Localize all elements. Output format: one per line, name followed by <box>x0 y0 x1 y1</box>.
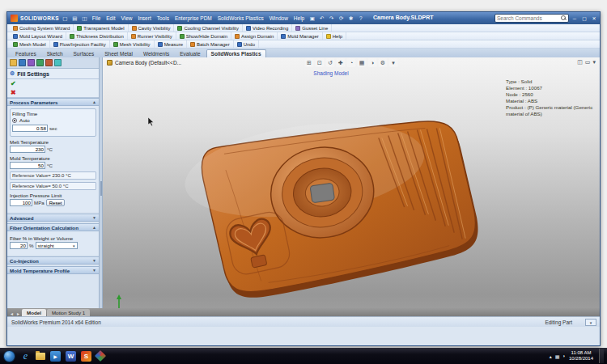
search-input[interactable] <box>497 15 559 21</box>
section-mold-temperature-profile[interactable]: Mold Temperature Profile ▼ <box>7 266 99 274</box>
menu-tools[interactable]: Tools <box>155 15 171 21</box>
section-fiber-orientation[interactable]: Fiber Orientation Calculation ▲ <box>7 223 99 231</box>
fiber-percent-input[interactable] <box>10 242 28 249</box>
melt-temperature-input[interactable] <box>10 146 45 153</box>
section-process-parameters[interactable]: Process Parameters ▲ <box>7 98 99 106</box>
cooling-system-wizard-button[interactable]: Cooling System Wizard <box>10 24 74 32</box>
rebuild-icon[interactable]: ⟳ <box>337 15 345 22</box>
tray-volume-icon[interactable]: ◗ <box>562 353 566 358</box>
view-orientation-icon[interactable]: ◔ <box>347 58 356 67</box>
plastics-manager-icon[interactable] <box>54 59 62 66</box>
close-button[interactable]: ✕ <box>590 15 598 21</box>
options-icon[interactable]: ✱ <box>347 15 354 22</box>
tray-network-icon[interactable]: ▦ <box>555 353 560 359</box>
start-button[interactable] <box>3 350 15 362</box>
undo-button[interactable]: Undo <box>234 40 259 48</box>
menu-file[interactable]: File <box>91 15 102 21</box>
tab-solidworks-plastics[interactable]: SolidWorks Plastics <box>206 49 266 57</box>
collapse-icon[interactable]: ▾ <box>592 59 596 66</box>
mesh-model-button[interactable]: Mesh Model <box>10 40 50 48</box>
tab-features[interactable]: Features <box>11 49 41 57</box>
view-settings-icon[interactable]: ⚙ <box>379 58 388 67</box>
tab-model[interactable]: Model <box>22 309 46 316</box>
display-manager-icon[interactable] <box>45 59 53 66</box>
taskbar-media-player-icon[interactable]: ▶ <box>50 351 61 362</box>
cavity-visibility-button[interactable]: Cavity Visibility <box>129 24 175 32</box>
show-desktop-button[interactable] <box>599 349 604 363</box>
split-view-icon[interactable]: ◫ <box>577 59 583 66</box>
menu-window[interactable]: Window <box>268 15 290 21</box>
configuration-manager-icon[interactable] <box>28 59 35 66</box>
section-advanced[interactable]: Advanced ▼ <box>7 214 99 222</box>
fiber-mode-dropdown[interactable]: straight ▾ <box>36 242 78 249</box>
previous-view-icon[interactable]: ↺ <box>326 58 335 67</box>
tab-weldments[interactable]: Weldments <box>138 49 174 57</box>
filling-time-input[interactable] <box>12 125 48 132</box>
zoom-area-icon[interactable]: ⊡ <box>316 58 325 67</box>
filling-time-auto-radio[interactable]: Auto <box>12 117 94 123</box>
minimize-button[interactable]: ─ <box>571 16 579 21</box>
menu-enterprise-pdm[interactable]: Enterprise PDM <box>173 15 214 21</box>
mold-temperature-input[interactable] <box>10 162 45 169</box>
tab-evaluate[interactable]: Evaluate <box>175 49 205 57</box>
thickness-distribution-button[interactable]: Thickness Distribution <box>66 32 128 40</box>
hide-show-items-icon[interactable]: ◑ <box>368 58 377 67</box>
section-co-injection[interactable]: Co-Injection ▼ <box>7 256 99 265</box>
gusset-line-button[interactable]: Gusset Line <box>292 24 332 32</box>
tab-sketch[interactable]: Sketch <box>42 49 68 57</box>
more-options-icon[interactable]: ▾ <box>389 58 398 67</box>
feature-manager-icon[interactable] <box>10 59 17 66</box>
tab-scroll-left-icon[interactable]: ◂ <box>9 311 15 316</box>
menu-view[interactable]: View <box>119 15 134 21</box>
tab-sheet-metal[interactable]: Sheet Metal <box>100 49 138 57</box>
property-manager-icon[interactable] <box>19 59 26 66</box>
menu-edit[interactable]: Edit <box>104 15 117 21</box>
mold-manager-button[interactable]: Mold Manager <box>278 32 322 40</box>
taskbar-clock[interactable]: 11:08 AM 10/28/2014 <box>569 350 593 362</box>
taskbar-word-icon[interactable]: W <box>66 351 76 362</box>
mold-layout-wizard-button[interactable]: Mold Layout Wizard <box>10 32 66 40</box>
cancel-button[interactable]: ✖ <box>11 89 16 96</box>
menu-solidworks-plastics[interactable]: SolidWorks Plastics <box>216 15 265 21</box>
redo-icon[interactable]: ↷ <box>328 15 335 22</box>
flow-injection-facility-button[interactable]: Flow/Injection Facility <box>50 40 110 48</box>
menu-help[interactable]: Help <box>292 15 306 21</box>
taskbar-ie-icon[interactable]: e <box>20 351 31 362</box>
ok-button[interactable]: ✔ <box>11 80 16 87</box>
search-commands-box[interactable] <box>495 14 569 23</box>
taskbar-app-icon[interactable] <box>95 350 106 362</box>
tab-motion-study[interactable]: Motion Study 1 <box>47 309 90 316</box>
taskbar-solidworks-icon[interactable]: S <box>81 351 91 362</box>
measure-button[interactable]: Measure <box>155 40 187 48</box>
save-icon[interactable]: ◫ <box>81 15 88 22</box>
tray-expand-icon[interactable]: ▴ <box>550 353 552 359</box>
undo-icon[interactable]: ↶ <box>318 15 325 22</box>
new-document-icon[interactable]: ▢ <box>62 15 69 22</box>
mesh-visibility-button[interactable]: Mesh Visibility <box>110 40 155 48</box>
assign-domain-button[interactable]: Assign Domain <box>231 32 278 40</box>
zoom-fit-icon[interactable]: ⊞ <box>305 58 314 67</box>
print-icon[interactable]: ▣ <box>308 15 316 22</box>
pane-icon[interactable]: ▭ <box>585 59 591 66</box>
tab-scroll-right-icon[interactable]: ▸ <box>15 311 21 316</box>
reset-button[interactable]: Reset <box>46 199 66 206</box>
dimxpert-manager-icon[interactable] <box>36 59 44 66</box>
injection-pressure-limit-input[interactable] <box>10 199 32 206</box>
show-hide-domain-button[interactable]: Show/Hide Domain <box>176 32 231 40</box>
display-style-icon[interactable]: ▦ <box>358 58 367 67</box>
video-recording-button[interactable]: Video Recording <box>243 24 292 32</box>
batch-manager-button[interactable]: Batch Manager <box>187 40 234 48</box>
taskbar-folder-icon[interactable] <box>36 353 45 360</box>
menu-insert[interactable]: Insert <box>136 15 152 21</box>
status-options-button[interactable]: ▾ <box>585 319 596 326</box>
transparent-model-button[interactable]: Transparent Model <box>74 24 128 32</box>
graphics-viewport[interactable]: Camera Body (Default<<D... ⊞ ⊡ ↺ ✚ ◔ ▦ ◑… <box>103 57 600 327</box>
maximize-button[interactable]: ▢ <box>580 15 588 21</box>
tab-surfaces[interactable]: Surfaces <box>69 49 100 57</box>
help-button[interactable]: Help <box>323 32 346 40</box>
help-icon[interactable]: ? <box>357 15 364 21</box>
pan-icon[interactable]: ✚ <box>337 58 346 67</box>
cooling-channel-visibility-button[interactable]: Cooling Channel Visibility <box>174 24 243 32</box>
open-icon[interactable]: ▤ <box>71 15 79 22</box>
runner-visibility-button[interactable]: Runner Visibility <box>128 32 176 40</box>
